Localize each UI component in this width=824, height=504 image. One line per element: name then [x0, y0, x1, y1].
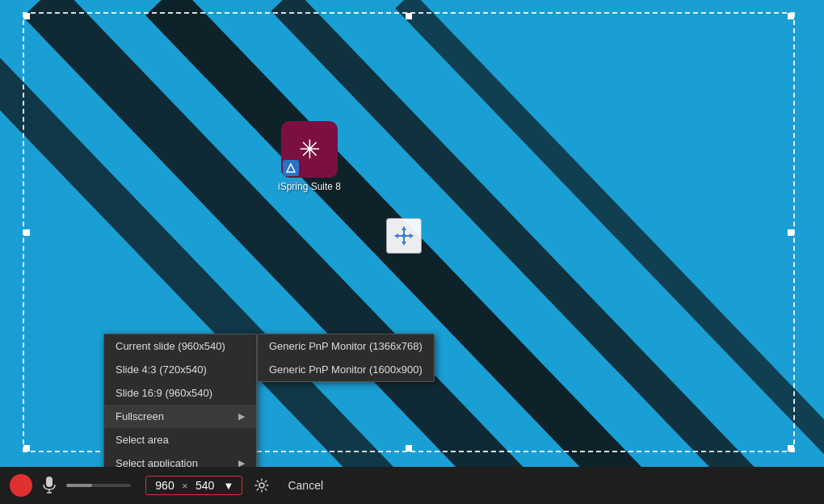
- icon-label: iSpring Suite 8: [278, 181, 341, 192]
- dimension-separator: ×: [182, 480, 188, 492]
- svg-line-1: [283, 0, 767, 504]
- submenu-item-monitor-2[interactable]: Generic PnP Monitor (1600x900): [258, 358, 434, 381]
- settings-button[interactable]: [250, 474, 273, 497]
- svg-marker-14: [287, 164, 295, 172]
- svg-line-2: [404, 0, 824, 504]
- menu-item-select-area[interactable]: Select area: [104, 428, 256, 452]
- volume-bar[interactable]: [66, 484, 131, 487]
- toolbar: 960 × 540 ▼ Cancel: [0, 467, 824, 504]
- svg-marker-5: [401, 226, 406, 230]
- handle-top-right[interactable]: [788, 13, 794, 19]
- width-value[interactable]: 960: [153, 479, 177, 492]
- svg-marker-7: [401, 242, 406, 246]
- dimension-box: 960 × 540 ▼: [145, 476, 242, 495]
- svg-rect-13: [402, 234, 406, 237]
- volume-fill: [66, 484, 92, 487]
- handle-bottom-center[interactable]: [406, 445, 412, 452]
- menu-item-slide-169[interactable]: Slide 16:9 (960x540): [104, 381, 256, 405]
- svg-point-18: [259, 483, 264, 488]
- height-value[interactable]: 540: [193, 479, 217, 492]
- icon-image: ✳: [281, 121, 338, 178]
- svg-rect-8: [403, 237, 405, 242]
- handle-middle-right[interactable]: [788, 229, 794, 236]
- svg-rect-6: [403, 230, 405, 234]
- submenu-arrow-fullscreen: ▶: [238, 411, 245, 422]
- svg-marker-9: [394, 233, 398, 238]
- handle-middle-left[interactable]: [23, 229, 30, 236]
- record-button[interactable]: [10, 474, 32, 497]
- handle-bottom-right[interactable]: [788, 445, 794, 452]
- context-menu: Current slide (960x540) Slide 4:3 (720x5…: [103, 334, 257, 476]
- svg-rect-12: [406, 235, 410, 237]
- menu-item-fullscreen[interactable]: Fullscreen ▶: [104, 405, 256, 428]
- move-cursor-icon[interactable]: [386, 218, 422, 254]
- menu-item-current-slide[interactable]: Current slide (960x540): [104, 334, 256, 358]
- icon-badge: [283, 160, 299, 176]
- dimension-dropdown-button[interactable]: ▼: [222, 480, 236, 492]
- handle-top-center[interactable]: [406, 13, 412, 19]
- svg-rect-10: [398, 235, 402, 237]
- menu-item-slide-43[interactable]: Slide 4:3 (720x540): [104, 358, 256, 381]
- svg-rect-15: [46, 477, 53, 487]
- submenu-fullscreen: Generic PnP Monitor (1366x768) Generic P…: [257, 334, 435, 382]
- handle-top-left[interactable]: [23, 13, 30, 19]
- submenu-item-monitor-1[interactable]: Generic PnP Monitor (1366x768): [258, 334, 434, 358]
- handle-bottom-left[interactable]: [23, 445, 30, 452]
- cancel-button[interactable]: Cancel: [281, 476, 330, 495]
- microphone-button[interactable]: [40, 474, 58, 497]
- svg-marker-11: [410, 233, 414, 238]
- desktop-icon-ispring[interactable]: ✳ iSpring Suite 8: [273, 121, 346, 192]
- desktop: ✳ iSpring Suite 8 Current slide (960x540…: [0, 0, 824, 504]
